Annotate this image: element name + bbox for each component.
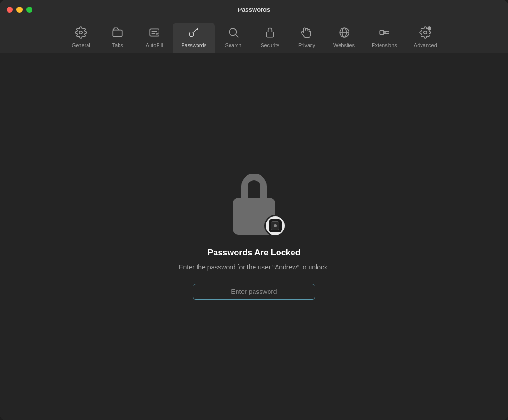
- tab-privacy-label: Privacy: [298, 42, 315, 48]
- gear-advanced-icon: +: [419, 26, 431, 40]
- svg-text:+: +: [429, 27, 430, 31]
- tab-passwords-label: Passwords: [181, 42, 206, 48]
- lock-icon: [264, 26, 276, 40]
- tab-websites-label: Websites: [333, 42, 355, 48]
- tab-extensions-label: Extensions: [372, 42, 397, 48]
- watch-badge: [264, 215, 286, 237]
- tab-extensions[interactable]: Extensions: [363, 23, 405, 53]
- tab-advanced-label: Advanced: [414, 42, 437, 48]
- svg-point-17: [424, 31, 427, 34]
- globe-icon: [338, 26, 350, 40]
- svg-point-0: [79, 31, 83, 34]
- tab-general[interactable]: General: [63, 23, 99, 53]
- svg-rect-15: [380, 31, 384, 35]
- traffic-lights: [7, 7, 32, 13]
- svg-rect-11: [266, 32, 273, 37]
- svg-point-9: [229, 28, 236, 35]
- hand-icon: [301, 26, 313, 40]
- tab-tabs[interactable]: Tabs: [99, 23, 136, 53]
- main-content: Passwords Are Locked Enter the password …: [0, 53, 508, 420]
- lock-illustration: [226, 174, 282, 235]
- svg-rect-2: [150, 29, 159, 36]
- svg-point-5: [189, 32, 194, 37]
- autofill-icon: [148, 26, 160, 40]
- toolbar: General Tabs AutoFill: [0, 19, 508, 53]
- tab-websites[interactable]: Websites: [325, 23, 363, 53]
- tab-privacy[interactable]: Privacy: [288, 23, 325, 53]
- password-input[interactable]: [193, 284, 315, 300]
- watch-dot: [274, 224, 277, 227]
- locked-title: Passwords Are Locked: [207, 248, 300, 258]
- tab-autofill[interactable]: AutoFill: [136, 23, 173, 53]
- window-title: Passwords: [238, 6, 270, 13]
- app-window: Passwords General Tabs: [0, 0, 508, 420]
- tabs-icon: [111, 26, 124, 40]
- tab-tabs-label: Tabs: [112, 42, 123, 48]
- tab-general-label: General: [72, 42, 90, 48]
- svg-line-8: [195, 30, 196, 31]
- watch-screen: [271, 221, 279, 230]
- svg-rect-1: [113, 30, 122, 37]
- search-icon: [227, 26, 239, 40]
- titlebar: Passwords: [0, 0, 508, 19]
- close-button[interactable]: [7, 7, 13, 13]
- extension-icon: [378, 26, 390, 40]
- key-icon: [188, 26, 200, 40]
- tab-search[interactable]: Search: [215, 23, 252, 53]
- minimize-button[interactable]: [16, 7, 23, 13]
- svg-line-10: [236, 35, 238, 38]
- maximize-button[interactable]: [26, 7, 32, 13]
- svg-line-7: [197, 29, 198, 30]
- locked-subtitle: Enter the password for the user “Andrew”…: [179, 262, 329, 272]
- lock-shackle: [241, 174, 267, 202]
- gear-icon: [75, 26, 87, 40]
- watch-icon: [269, 219, 282, 232]
- tab-advanced[interactable]: + Advanced: [405, 23, 445, 53]
- tab-passwords[interactable]: Passwords: [173, 23, 215, 53]
- tab-security[interactable]: Security: [252, 23, 288, 53]
- tab-search-label: Search: [225, 42, 242, 48]
- tab-security-label: Security: [261, 42, 279, 48]
- tab-autofill-label: AutoFill: [146, 42, 163, 48]
